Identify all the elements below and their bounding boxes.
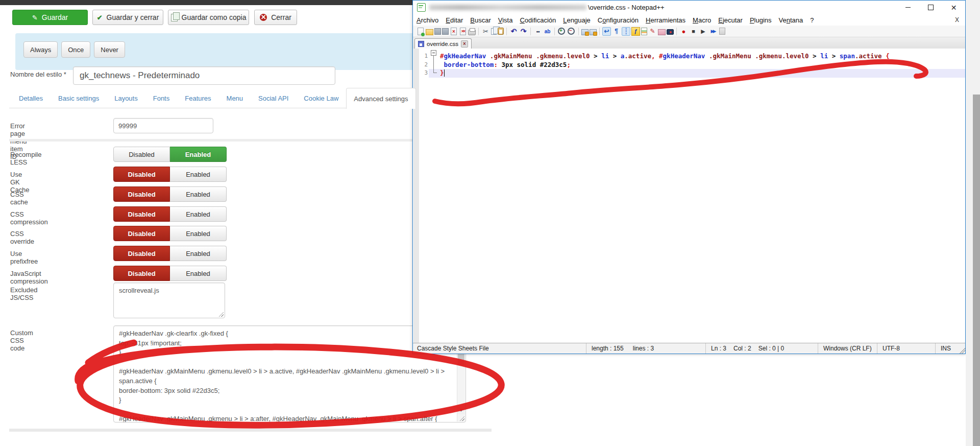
run-macro-multi-icon[interactable] <box>708 27 717 36</box>
status-encoding[interactable]: UTF-8 <box>877 343 936 354</box>
menu-configuraci-n[interactable]: Configuración <box>594 16 642 24</box>
menu-ejecutar[interactable]: Ejecutar <box>715 16 746 24</box>
assign-button-once[interactable]: Once <box>61 41 90 58</box>
redo-icon[interactable] <box>519 27 528 36</box>
toggle-css-override-enabled[interactable]: Enabled <box>170 226 227 241</box>
toggle-recompile-less-enabled[interactable]: Enabled <box>170 147 227 162</box>
menu-ventana[interactable]: Ventana <box>775 16 807 24</box>
indent-guide-icon[interactable] <box>622 27 630 36</box>
menu-archivo[interactable]: Archivo <box>413 16 442 24</box>
tab-basic-settings[interactable]: Basic settings <box>51 88 107 108</box>
save-copy-button[interactable]: Guardar como copia <box>168 10 249 25</box>
window-close-button[interactable]: ✕ <box>942 1 965 14</box>
menu-vista[interactable]: Vista <box>495 16 517 24</box>
toggle-recompile-less-disabled[interactable]: Disabled <box>113 147 170 162</box>
word-wrap-icon[interactable] <box>602 27 611 36</box>
menu-codificaci-n[interactable]: Codificación <box>516 16 559 24</box>
toggle-css-compression-disabled[interactable]: Disabled <box>113 206 170 222</box>
textarea-resize-grip[interactable] <box>459 415 464 421</box>
toggle-css-override-disabled[interactable]: Disabled <box>113 226 170 241</box>
close-all-icon[interactable] <box>460 28 466 35</box>
paste-icon[interactable] <box>498 28 504 35</box>
toggle-use-gk-cache-enabled[interactable]: Enabled <box>170 167 227 182</box>
code-editor[interactable]: 1#gkHeaderNav .gkMainMenu .gkmenu.level0… <box>413 49 965 344</box>
new-file-icon[interactable] <box>418 28 424 35</box>
menu-close-button[interactable]: X <box>955 16 959 24</box>
field-textarea-excluded-js-css[interactable]: scrollreveal.js <box>113 283 225 318</box>
textarea-resize-grip[interactable] <box>218 311 224 317</box>
maximize-button[interactable] <box>919 1 942 14</box>
tab-close-icon[interactable]: × <box>461 40 468 48</box>
status-insert-mode[interactable]: INS <box>936 343 956 354</box>
copy-icon[interactable] <box>491 28 497 35</box>
zoom-in-icon[interactable] <box>557 27 566 36</box>
cut-icon[interactable] <box>481 27 490 36</box>
minimize-button[interactable] <box>896 1 919 14</box>
field-input-error-page-menu-item-id[interactable]: 99999 <box>113 118 213 133</box>
tab-fonts[interactable]: Fonts <box>145 88 178 108</box>
save-all-icon[interactable] <box>442 28 449 35</box>
zoom-out-icon[interactable] <box>567 27 576 36</box>
tab-features[interactable]: Features <box>177 88 218 108</box>
toggle-use-prefixfree-enabled[interactable]: Enabled <box>170 246 227 261</box>
tab-cookie-law[interactable]: Cookie Law <box>296 88 346 108</box>
page-scrollbar[interactable] <box>966 0 980 446</box>
assign-button-always[interactable]: Always <box>23 41 58 58</box>
sync-scroll-h-icon[interactable] <box>590 29 597 35</box>
notepad-window: \override.css - Notepad++ ✕ ArchivoEdita… <box>412 0 966 354</box>
toggle-use-gk-cache: DisabledEnabled <box>113 167 227 182</box>
save-close-button[interactable]: ✔ Guardar y cerrar <box>92 10 163 25</box>
play-macro-icon[interactable] <box>699 27 707 36</box>
toggle-use-prefixfree-disabled[interactable]: Disabled <box>113 246 170 261</box>
menu-lenguaje[interactable]: Lenguaje <box>559 16 594 24</box>
toggle-css-cache-disabled[interactable]: Disabled <box>113 186 170 202</box>
toggle-css-cache-enabled[interactable]: Enabled <box>170 186 227 202</box>
print-icon[interactable] <box>468 30 476 35</box>
find-icon[interactable] <box>533 27 542 36</box>
close-button[interactable]: ✕ Cerrar <box>254 10 297 25</box>
document-list-icon[interactable] <box>648 27 657 36</box>
record-macro-icon[interactable] <box>679 27 688 36</box>
monitor-icon[interactable] <box>667 29 674 35</box>
toggle-javascript-compression-disabled[interactable]: Disabled <box>113 266 170 281</box>
toggle-javascript-compression-enabled[interactable]: Enabled <box>170 266 227 281</box>
toggle-css-compression-enabled[interactable]: Enabled <box>170 206 227 222</box>
replace-icon[interactable] <box>543 27 552 36</box>
page-scrollbar-thumb[interactable] <box>973 95 980 446</box>
tab-menu[interactable]: Menu <box>219 88 251 108</box>
tab-label: override.css <box>427 41 458 47</box>
tab-advanced-settings[interactable]: Advanced settings <box>346 88 415 109</box>
menu-editar[interactable]: Editar <box>442 16 467 24</box>
notepad-titlebar[interactable]: \override.css - Notepad++ ✕ <box>413 1 965 14</box>
code-line-3: 3} <box>413 69 965 78</box>
tab-social-api[interactable]: Social API <box>251 88 296 108</box>
document-map-icon[interactable] <box>641 28 647 35</box>
menu-herramientas[interactable]: Herramientas <box>642 16 689 24</box>
save-macro-icon[interactable] <box>719 28 725 35</box>
folder-workspace-icon[interactable] <box>658 29 666 35</box>
assign-button-never[interactable]: Never <box>94 41 125 58</box>
show-symbols-icon[interactable] <box>612 27 621 36</box>
function-list-icon[interactable] <box>631 27 640 36</box>
close-file-icon[interactable] <box>451 28 457 35</box>
tab-layouts[interactable]: Layouts <box>107 88 145 108</box>
save-button[interactable]: ✎ Guardar <box>12 10 88 25</box>
save-icon[interactable] <box>434 28 441 35</box>
status-eol[interactable]: Windows (CR LF) <box>818 343 877 354</box>
fold-collapse-icon[interactable] <box>431 50 436 56</box>
menu-plugins[interactable]: Plugins <box>746 16 775 24</box>
menu-buscar[interactable]: Buscar <box>467 16 494 24</box>
field-label-css-override: CSS override <box>10 230 34 245</box>
window-resize-grip[interactable] <box>959 347 965 354</box>
style-name-input[interactable]: gk_technews - Predeterminado <box>73 66 335 85</box>
menu-macro[interactable]: Macro <box>689 16 715 24</box>
tab-override-css[interactable]: override.css × <box>414 38 472 49</box>
scrollbar-down-icon[interactable]: ▼ <box>457 407 465 414</box>
toggle-use-gk-cache-disabled[interactable]: Disabled <box>113 167 170 182</box>
tab-detalles[interactable]: Detalles <box>11 88 51 108</box>
open-file-icon[interactable] <box>426 29 433 35</box>
stop-macro-icon[interactable] <box>689 27 698 36</box>
menu-help[interactable]: ? <box>806 16 817 24</box>
undo-icon[interactable] <box>509 27 518 36</box>
sync-scroll-v-icon[interactable] <box>581 29 589 35</box>
